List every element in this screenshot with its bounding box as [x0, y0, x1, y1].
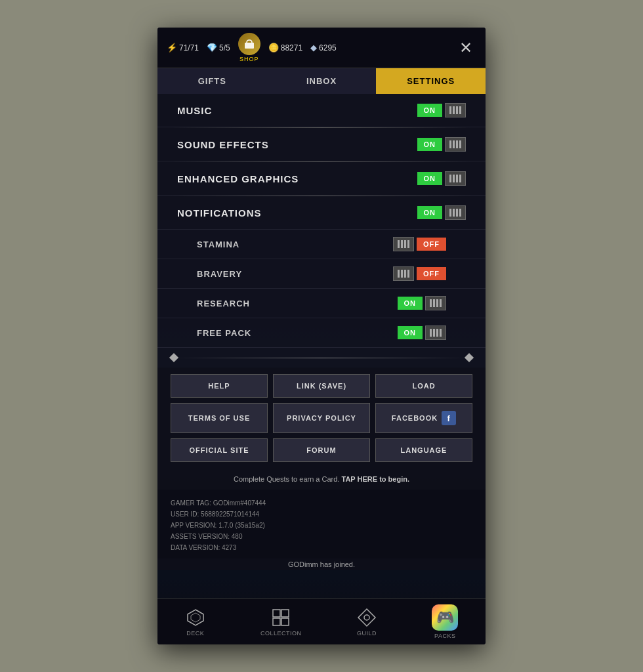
diamond-left	[169, 353, 178, 362]
sbar-4	[459, 140, 461, 148]
link-save-button[interactable]: LINK (SAVE)	[273, 374, 370, 398]
quest-hint-text: Complete Quests to earn a Card.	[234, 475, 341, 483]
enhanced-graphics-toggle[interactable]: ON	[417, 171, 467, 186]
notifications-toggle-btn[interactable]: ON	[417, 206, 443, 219]
divider-line-main	[177, 358, 466, 358]
brbar-4	[407, 270, 409, 278]
gems-value: 5/5	[219, 43, 230, 52]
sound-slider[interactable]	[445, 137, 466, 152]
close-button[interactable]: ✕	[455, 39, 476, 57]
settings-content: MUSIC ON SOUND EFFECTS ON	[157, 94, 486, 348]
packs-icon: 🎮	[432, 604, 458, 631]
notifications-slider[interactable]	[445, 205, 466, 220]
terms-button[interactable]: TERMS OF USE	[171, 403, 268, 433]
free-pack-row: FREE PACK ON	[157, 318, 486, 348]
guild-icon	[356, 607, 377, 628]
user-id: USER ID: 5688922571014144	[171, 509, 472, 520]
svg-marker-1	[188, 610, 203, 625]
fpbar-3	[436, 329, 438, 337]
notif-text: GODimm has joined.	[288, 560, 355, 568]
forum-button[interactable]: FORUM	[273, 438, 370, 462]
slider-bar-2	[453, 106, 455, 114]
music-toggle[interactable]: ON	[417, 103, 467, 117]
music-row: MUSIC ON	[157, 94, 486, 127]
sbar-1	[449, 140, 451, 148]
quest-tap-text: TAP HERE to begin.	[341, 475, 409, 483]
svg-rect-0	[245, 43, 254, 49]
coins-value: 88271	[281, 43, 302, 52]
language-button[interactable]: LANGUAGE	[375, 438, 472, 462]
facebook-label: FACEBOOK	[392, 414, 438, 422]
research-toggle-btn[interactable]: ON	[398, 297, 423, 310]
deck-icon	[185, 607, 206, 628]
info-section: GAMER TAG: GODimm#407444 USER ID: 568892…	[157, 490, 486, 558]
bravery-toggle-btn[interactable]: OFF	[417, 267, 446, 280]
graphics-slider[interactable]	[445, 171, 466, 186]
quest-hint[interactable]: Complete Quests to earn a Card. TAP HERE…	[157, 471, 486, 490]
svg-rect-3	[273, 610, 280, 617]
gamer-tag: GAMER TAG: GODimm#407444	[171, 497, 472, 509]
data-version: DATA VERSION: 4273	[171, 542, 472, 553]
nbar-3	[456, 209, 458, 217]
stamina-row: STAMINA OFF	[157, 230, 486, 259]
diamonds-value: 6295	[319, 43, 337, 52]
bravery-row: BRAVERY OFF	[157, 259, 486, 289]
nav-item-packs[interactable]: 🎮 PACKS	[432, 604, 458, 639]
nbar-1	[449, 209, 451, 217]
bravery-slider[interactable]	[393, 266, 414, 281]
diamonds-stat: ◆ 6295	[310, 43, 337, 52]
stamina-label: STAMINA	[197, 240, 239, 249]
gbar-2	[453, 175, 455, 182]
music-toggle-btn[interactable]: ON	[417, 104, 443, 117]
stamina-toggle[interactable]: OFF	[393, 237, 446, 251]
gbar-3	[456, 175, 458, 182]
stamina-toggle-btn[interactable]: OFF	[417, 238, 446, 251]
bravery-toggle[interactable]: OFF	[393, 266, 446, 281]
research-slider[interactable]	[425, 296, 446, 310]
privacy-button[interactable]: PRIVACY POLICY	[273, 403, 370, 433]
free-pack-toggle-btn[interactable]: ON	[398, 326, 423, 339]
stamina-slider[interactable]	[393, 237, 414, 251]
research-toggle[interactable]: ON	[398, 296, 447, 310]
tab-inbox[interactable]: INBOX	[267, 68, 377, 94]
sound-effects-toggle[interactable]: ON	[417, 137, 467, 152]
sbar-2	[453, 140, 455, 148]
enhanced-graphics-toggle-btn[interactable]: ON	[417, 172, 443, 185]
nav-item-collection[interactable]: COLLECTION	[260, 607, 302, 637]
free-pack-label: FREE PACK	[197, 328, 251, 338]
tab-gifts[interactable]: GIFTS	[157, 68, 267, 94]
free-pack-toggle[interactable]: ON	[398, 326, 447, 340]
action-area: HELP LINK (SAVE) LOAD TERMS OF USE PRIVA…	[157, 368, 486, 471]
diamond-right	[465, 353, 474, 362]
notifications-toggle[interactable]: ON	[417, 205, 467, 220]
slider-bar-3	[456, 106, 458, 114]
stats-bar: ⚡ 71/71 💎 5/5 SHOP 🪙 88271	[167, 33, 337, 62]
research-label: RESEARCH	[197, 299, 250, 308]
sound-effects-row: SOUND EFFECTS ON	[157, 128, 486, 161]
collection-label: COLLECTION	[260, 630, 302, 637]
nav-item-deck[interactable]: DECK	[185, 607, 206, 637]
shop-label: SHOP	[239, 56, 259, 62]
official-site-button[interactable]: OFFICIAL SITE	[171, 438, 268, 462]
nbar-2	[453, 209, 455, 217]
rbar-2	[433, 299, 435, 307]
gbar-4	[459, 175, 461, 182]
nav-item-guild[interactable]: GUILD	[356, 607, 377, 637]
music-slider[interactable]	[445, 103, 466, 117]
stamina-stat: ⚡ 71/71	[167, 43, 199, 52]
tab-bar: GIFTS INBOX SETTINGS	[157, 68, 486, 94]
help-button[interactable]: HELP	[171, 374, 268, 398]
notifications-label: NOTIFICATIONS	[177, 207, 262, 219]
rbar-1	[430, 299, 432, 307]
assets-version: ASSETS VERSION: 480	[171, 531, 472, 542]
action-row-2: TERMS OF USE PRIVACY POLICY FACEBOOK f	[171, 403, 472, 433]
slider-bar-4	[459, 106, 461, 114]
tab-settings[interactable]: SETTINGS	[376, 68, 486, 94]
load-button[interactable]: LOAD	[375, 374, 472, 398]
stbar-4	[407, 240, 409, 248]
free-pack-slider[interactable]	[425, 326, 446, 340]
collection-icon	[270, 607, 291, 628]
shop-button[interactable]: SHOP	[238, 33, 260, 62]
sound-effects-toggle-btn[interactable]: ON	[417, 138, 443, 151]
facebook-button[interactable]: FACEBOOK f	[375, 403, 472, 433]
